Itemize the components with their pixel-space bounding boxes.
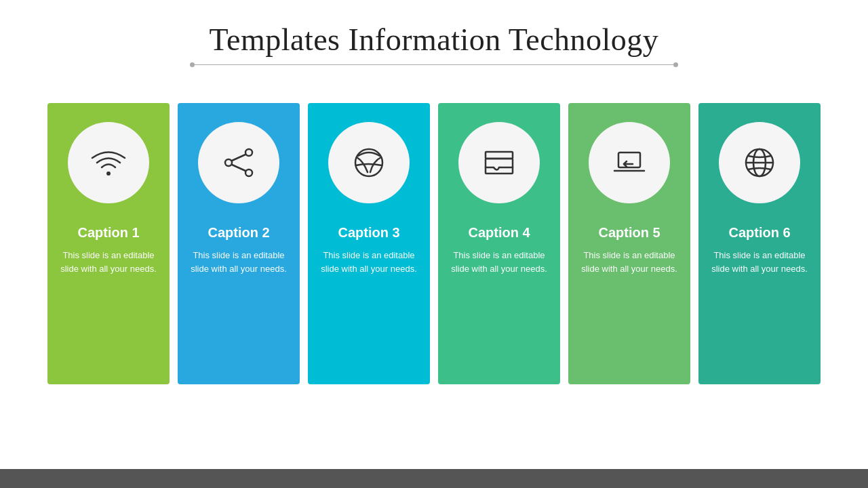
card-4: Caption 4 This slide is an editable slid… — [438, 103, 560, 384]
card-5-icon-circle — [589, 122, 670, 203]
page-title: Templates Information Technology — [190, 22, 678, 58]
card-2: Caption 2 This slide is an editable slid… — [178, 103, 300, 384]
card-6-icon-circle — [719, 122, 800, 203]
globe-icon — [739, 142, 780, 183]
card-3-caption: Caption 3 — [338, 225, 399, 241]
card-5-text: This slide is an editable slide with all… — [579, 249, 679, 275]
card-4-icon-circle — [458, 122, 540, 203]
card-4-caption: Caption 4 — [468, 225, 530, 241]
wifi-icon — [88, 142, 129, 183]
svg-point-0 — [106, 171, 111, 176]
card-1-caption: Caption 1 — [77, 225, 139, 241]
laptop-icon — [609, 142, 650, 183]
card-3-text: This slide is an editable slide with all… — [319, 249, 419, 275]
header: Templates Information Technology — [190, 0, 678, 70]
title-divider — [190, 64, 678, 65]
svg-rect-7 — [486, 152, 513, 159]
dribbble-icon — [349, 142, 389, 183]
card-1-text: This slide is an editable slide with all… — [58, 249, 159, 275]
svg-rect-11 — [618, 152, 640, 167]
card-5: Caption 5 This slide is an editable slid… — [568, 103, 690, 384]
card-6-caption: Caption 6 — [728, 225, 790, 241]
svg-rect-8 — [486, 159, 513, 174]
svg-line-5 — [232, 165, 245, 171]
svg-point-3 — [245, 169, 252, 176]
inbox-icon — [479, 142, 519, 183]
svg-line-4 — [232, 155, 245, 161]
card-5-caption: Caption 5 — [598, 225, 660, 241]
card-2-icon-circle — [198, 122, 279, 203]
svg-point-1 — [245, 149, 252, 156]
slide: Templates Information Technology Caption… — [0, 0, 868, 488]
card-2-text: This slide is an editable slide with all… — [189, 249, 289, 275]
card-4-text: This slide is an editable slide with all… — [449, 249, 549, 275]
share-icon — [218, 142, 259, 183]
svg-point-2 — [225, 159, 232, 166]
footer-bar — [0, 469, 868, 488]
card-3: Caption 3 This slide is an editable slid… — [308, 103, 430, 384]
card-6: Caption 6 This slide is an editable slid… — [698, 103, 821, 384]
card-3-icon-circle — [328, 122, 410, 203]
card-1: Caption 1 This slide is an editable slid… — [47, 103, 170, 384]
card-2-caption: Caption 2 — [208, 225, 269, 241]
cards-container: Caption 1 This slide is an editable slid… — [7, 103, 861, 384]
card-1-icon-circle — [68, 122, 149, 203]
card-6-text: This slide is an editable slide with all… — [709, 249, 810, 275]
